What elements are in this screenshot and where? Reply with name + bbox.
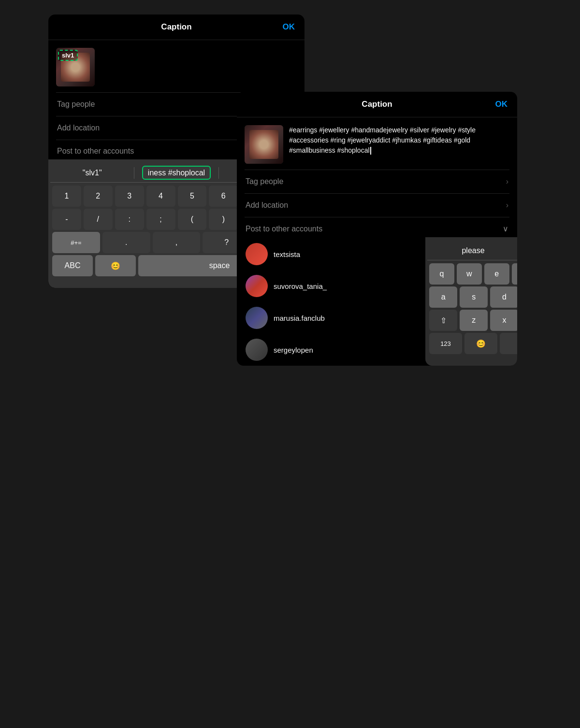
front-caption-area: #earrings #jewellery #handmadejewelry #s… — [237, 117, 517, 170]
front-key-r[interactable]: r — [512, 263, 517, 285]
front-tag-people-chevron: › — [506, 177, 508, 186]
front-panel-header: Caption OK — [237, 92, 517, 117]
front-kb-row-3: ⇧ z x c v b n m ⌫ — [429, 310, 517, 331]
front-account-avatar-3 — [246, 339, 268, 361]
back-key-2[interactable]: 2 — [84, 186, 113, 207]
back-caption-text-input[interactable] — [101, 48, 297, 86]
front-account-avatar-2 — [246, 307, 268, 329]
front-key-emoji[interactable]: 😊 — [464, 333, 497, 354]
back-key-comma[interactable]: , — [153, 232, 201, 253]
back-key-5[interactable]: 5 — [178, 186, 207, 207]
front-key-w[interactable]: w — [457, 263, 482, 285]
back-panel-ok-button[interactable]: OK — [283, 22, 295, 32]
front-key-shift[interactable]: ⇧ — [429, 310, 457, 331]
front-panel-title: Caption — [362, 100, 392, 109]
front-kb-row-1: q w e r t y u i o p — [429, 263, 517, 285]
front-key-e[interactable]: e — [484, 263, 509, 285]
front-account-avatar-0 — [246, 243, 268, 265]
back-suggestion-1[interactable]: iness #shoplocal — [134, 169, 218, 177]
front-key-z[interactable]: z — [460, 310, 488, 331]
back-suggestion-highlight[interactable]: iness #shoplocal — [142, 166, 211, 180]
back-suggestion-0[interactable]: "slv1" — [50, 169, 134, 177]
front-kb-row-4: 123 😊 space @ # — [429, 333, 517, 354]
back-autocomplete-div-2 — [218, 167, 219, 179]
front-key-123[interactable]: 123 — [429, 333, 462, 354]
front-tag-people-label: Tag people — [246, 177, 283, 186]
front-suggestion-0[interactable]: please — [427, 246, 517, 255]
back-key-colon[interactable]: : — [115, 209, 144, 230]
front-thumb-image — [245, 125, 283, 164]
back-key-abc[interactable]: ABC — [52, 255, 93, 276]
back-tag-people-label: Tag people — [57, 100, 95, 109]
front-account-avatar-1 — [246, 275, 268, 297]
back-key-semicolon[interactable]: ; — [146, 209, 175, 230]
front-post-other-header[interactable]: Post to other accounts ∨ — [237, 217, 517, 238]
back-key-6[interactable]: 6 — [209, 186, 238, 207]
front-add-location-chevron: › — [506, 201, 508, 210]
back-key-1[interactable]: 1 — [52, 186, 81, 207]
text-cursor — [370, 147, 371, 155]
slv1-badge: slv1 — [58, 50, 78, 61]
back-caption-area: slv1 — [48, 40, 304, 92]
front-autocomplete-bar: please can home — [427, 241, 517, 260]
back-panel-title: Caption — [161, 22, 191, 32]
front-add-location-label: Add location — [246, 201, 288, 210]
back-key-emoji[interactable]: 😊 — [95, 255, 136, 276]
back-add-location-label: Add location — [57, 124, 100, 132]
back-key-rparen[interactable]: ) — [209, 209, 238, 230]
back-key-slash[interactable]: / — [84, 209, 113, 230]
back-key-period[interactable]: . — [102, 232, 150, 253]
front-key-d[interactable]: d — [490, 286, 517, 308]
front-post-other-chevron: ∨ — [503, 224, 508, 233]
front-caption-text-input[interactable]: #earrings #jewellery #handmadejewelry #s… — [289, 125, 509, 164]
front-keyboard: please can home q w e r t y u i o p — [425, 237, 517, 366]
front-add-location-row[interactable]: Add location › — [237, 194, 517, 217]
back-panel-header: Caption OK — [48, 14, 304, 40]
front-post-other-label: Post to other accounts — [246, 225, 322, 233]
front-key-space[interactable]: space — [500, 333, 517, 354]
front-panel: Caption OK #earrings #jewellery #handmad… — [237, 92, 517, 366]
back-thumbnail: slv1 — [56, 48, 95, 86]
back-post-other-label: Post to other accounts — [57, 147, 134, 156]
front-kb-row-2: a s d f g h j k l — [429, 286, 517, 308]
front-caption-text: #earrings #jewellery #handmadejewelry #s… — [289, 126, 476, 154]
front-key-s[interactable]: s — [460, 286, 488, 308]
front-tag-people-row[interactable]: Tag people › — [237, 170, 517, 193]
back-key-lparen[interactable]: ( — [178, 209, 207, 230]
back-key-4[interactable]: 4 — [146, 186, 175, 207]
front-key-q[interactable]: q — [429, 263, 454, 285]
front-key-a[interactable]: a — [429, 286, 457, 308]
front-thumbnail — [245, 125, 283, 164]
back-key-dash[interactable]: - — [52, 209, 81, 230]
back-key-3[interactable]: 3 — [115, 186, 144, 207]
front-key-x[interactable]: x — [490, 310, 517, 331]
front-panel-ok-button[interactable]: OK — [495, 100, 508, 109]
back-key-hashplus[interactable]: #+= — [52, 232, 100, 253]
